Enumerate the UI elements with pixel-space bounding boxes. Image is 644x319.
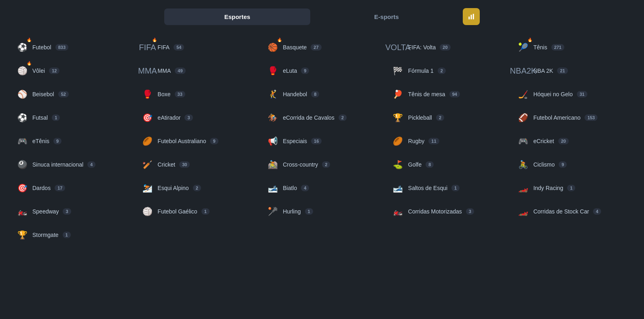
sport-item[interactable]: 🎱Sinuca internacional4 [11,154,133,175]
sport-count: 20 [440,44,450,51]
sport-icon: 🎯 [15,181,29,195]
sport-icon: 🥊 [141,87,155,101]
sport-item[interactable]: 🎮eTênis9 [11,130,133,152]
sport-icon: ⚽🔥 [15,40,29,54]
sport-item[interactable]: 🏒Hóquei no Gelo31 [511,83,633,105]
sport-item[interactable]: ⛷️Esqui Alpino2 [136,177,258,199]
sport-name: Stormgate [32,232,59,238]
sport-count: 9 [53,138,61,144]
sport-name: Indy Racing [533,185,563,191]
sport-icon: MMA [141,64,155,78]
sport-count: 153 [585,114,597,121]
sport-item[interactable]: 🏀🔥Basquete27 [261,36,383,58]
sport-item[interactable]: 🏍️Speedway3 [11,201,133,222]
sport-count: 12 [49,68,59,74]
sport-item[interactable]: 🏉Futebol Australiano9 [136,130,258,152]
sport-count: 1 [52,114,60,121]
sport-name: FIFA: Volta [408,44,436,51]
sport-name: Futebol Australiano [158,138,206,144]
sport-icon: 🏈 [516,111,530,125]
hot-badge: 🔥 [527,38,532,42]
sport-item[interactable]: 🏈Futebol Americano153 [511,107,633,129]
sport-item[interactable]: 🏆Pickleball2 [386,107,508,129]
sport-item[interactable]: 🏏Cricket30 [136,154,258,175]
sport-icon: 🏐🔥 [15,64,29,78]
sport-icon: 🏎️ [516,181,530,195]
sport-item[interactable]: ⚽Futsal1 [11,107,133,129]
sport-count: 9 [301,68,309,74]
sport-count: 9 [559,161,567,168]
sport-item[interactable]: 🏎️Indy Racing1 [511,177,633,199]
sport-count: 54 [174,44,184,51]
sport-count: 27 [311,44,321,51]
sport-name: Futebol [32,44,51,51]
sport-count: 271 [551,44,564,51]
stats-icon-button[interactable] [463,8,480,25]
sport-icon: 🏉 [141,134,155,148]
sport-item[interactable]: NBA2KNBA 2K21 [511,60,633,82]
sport-name: Cross-country [283,161,318,168]
sport-icon: 🎯 [141,111,155,125]
sport-name: Futebol Gaélico [158,208,197,215]
sport-item[interactable]: 🎾🔥Tênis271 [511,36,633,58]
sport-count: 20 [558,138,569,144]
sport-item[interactable]: 🎯Dardos17 [11,177,133,199]
sport-name: Especiais [283,138,307,144]
sport-icon: 🏐 [141,205,155,218]
sport-icon: 🏍️ [15,205,29,218]
sport-count: 4 [593,208,601,215]
sport-count: 33 [175,91,185,97]
hot-badge: 🔥 [277,38,282,42]
sport-item[interactable]: 🥊eLuta9 [261,60,383,82]
svg-rect-2 [473,14,474,19]
sport-count: 2 [322,161,330,168]
sport-item[interactable]: 🥊Boxe33 [136,83,258,105]
sport-icon: 🎿 [266,181,280,195]
sport-item[interactable]: 🏁Fórmula 12 [386,60,508,82]
sport-item[interactable]: 🏎️Corridas de Stock Car4 [511,201,633,222]
sport-count: 2 [438,68,446,74]
sport-item[interactable]: ⚾Beisebol52 [11,83,133,105]
sport-item[interactable]: 🏍️Corridas Motorizadas3 [386,201,508,222]
hot-badge: 🔥 [27,38,32,42]
sport-item[interactable]: 🏇eCorrida de Cavalos2 [261,107,383,129]
sport-count: 1 [567,185,575,191]
sport-item[interactable]: VOLTAFIFA: Volta20 [386,36,508,58]
sport-item[interactable]: 🏉Rugby11 [386,130,508,152]
sport-icon: FIFA🔥 [141,40,155,54]
sport-icon: 🏏 [141,158,155,171]
sport-item[interactable]: ⛳Golfe8 [386,154,508,175]
sport-icon: 🏆 [15,228,29,242]
tab-esports[interactable]: E-sports [314,8,460,25]
sport-item[interactable]: 🎮eCricket20 [511,130,633,152]
sport-count: 4 [301,185,309,191]
tab-esportes[interactable]: Esportes [164,8,310,25]
sport-item[interactable]: 🏓Tênis de mesa94 [386,83,508,105]
sport-item[interactable]: 🚴Ciclismo9 [511,154,633,175]
sport-item[interactable]: 🏐🔥Vôlei12 [11,60,133,82]
sport-item[interactable]: 🎿Saltos de Esqui1 [386,177,508,199]
sport-name: Esqui Alpino [158,185,189,191]
sport-item[interactable]: 🏆Stormgate1 [11,224,133,246]
sport-item[interactable]: ⚽🔥Futebol833 [11,36,133,58]
sport-name: Futsal [32,114,48,121]
sport-item[interactable]: MMAMMA49 [136,60,258,82]
sport-item[interactable]: 🥍Hurling1 [261,201,383,222]
sport-count: 1 [305,208,313,215]
sport-count: 8 [426,161,434,168]
sport-count: 2 [436,114,444,121]
sport-item[interactable]: 📢Especiais16 [261,130,383,152]
sport-item[interactable]: 🤾Handebol8 [261,83,383,105]
sport-item[interactable]: 🏐Futebol Gaélico1 [136,201,258,222]
sport-icon: VOLTA [391,40,405,54]
sport-count: 2 [193,185,201,191]
sport-count: 16 [311,138,322,144]
sport-count: 3 [184,114,193,121]
sport-item[interactable]: 🚵Cross-country2 [261,154,383,175]
sport-item[interactable]: 🎯eAtirador3 [136,107,258,129]
sport-count: 49 [175,68,185,74]
sport-item[interactable]: 🎿Biatlo4 [261,177,383,199]
sport-name: Sinuca internacional [32,161,83,168]
sport-name: Fórmula 1 [408,68,434,74]
sport-item[interactable]: FIFA🔥FIFA54 [136,36,258,58]
